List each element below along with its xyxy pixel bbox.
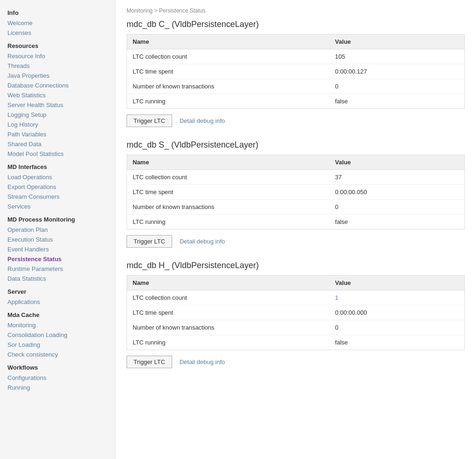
sidebar-section-header: Workflows: [0, 359, 115, 373]
sidebar-link-sor-loading[interactable]: Sor Loading: [0, 340, 115, 350]
detail-debug-link[interactable]: Detail debug info: [180, 238, 225, 245]
sidebar-link-export-operations[interactable]: Export Operations: [0, 182, 115, 192]
sidebar-link-database-connections[interactable]: Database Connections: [0, 81, 115, 90]
db-section-0: mdc_db C_ (VldbPersistenceLayer)NameValu…: [127, 20, 465, 127]
breadcrumb: Monitoring > Persistence Status: [127, 7, 465, 14]
sidebar-link-licenses[interactable]: Licenses: [0, 28, 115, 38]
sidebar-link-event-handlers[interactable]: Event Handlers: [0, 244, 115, 254]
row-value: false: [329, 335, 464, 350]
row-value: 0:00:00.050: [329, 185, 464, 200]
sidebar-section-header: Resources: [0, 38, 115, 51]
db-title-1: mdc_db S_ (VldbPersistenceLayer): [127, 140, 465, 150]
sidebar: InfoWelcomeLicensesResourcesResource Inf…: [0, 0, 115, 459]
table-row: Number of known transactions0: [127, 200, 465, 215]
sidebar-link-monitoring[interactable]: Monitoring: [0, 320, 115, 330]
sidebar-section-header: MD Interfaces: [0, 159, 115, 172]
sidebar-link-applications[interactable]: Applications: [0, 297, 115, 307]
sidebar-link-check-consistency[interactable]: Check consistency: [0, 350, 115, 359]
sidebar-link-java-properties[interactable]: Java Properties: [0, 71, 115, 81]
row-name: Number of known transactions: [127, 79, 330, 94]
col-header-value: Value: [329, 34, 464, 49]
table-row: LTC time spent0:00:00.000: [127, 305, 465, 320]
sidebar-link-path-variables[interactable]: Path Variables: [0, 129, 115, 139]
sidebar-link-stream-consumers[interactable]: Stream Consumers: [0, 192, 115, 202]
sidebar-link-operation-plan[interactable]: Operation Plan: [0, 225, 115, 235]
sidebar-section-header: Mda Cache: [0, 307, 115, 320]
row-value: false: [329, 215, 464, 230]
row-name: LTC collection count: [127, 49, 330, 64]
table-row: LTC time spent0:00:00.127: [127, 64, 465, 79]
trigger-ltc-button[interactable]: Trigger LTC: [127, 356, 172, 368]
sidebar-link-execution-status[interactable]: Execution Status: [0, 235, 115, 244]
detail-debug-link[interactable]: Detail debug info: [180, 117, 225, 124]
table-row: LTC collection count37: [127, 170, 465, 185]
row-value: 1: [329, 290, 464, 305]
row-value: 0: [329, 79, 464, 94]
action-row-0: Trigger LTCDetail debug info: [127, 115, 465, 127]
sidebar-section-header: Server: [0, 284, 115, 297]
db-title-2: mdc_db H_ (VldbPersistenceLayer): [127, 261, 465, 270]
db-sections: mdc_db C_ (VldbPersistenceLayer)NameValu…: [127, 20, 465, 368]
sidebar-link-data-statistics[interactable]: Data Statistics: [0, 274, 115, 284]
sidebar-link-welcome[interactable]: Welcome: [0, 18, 115, 28]
sidebar-link-services[interactable]: Services: [0, 202, 115, 211]
action-row-2: Trigger LTCDetail debug info: [127, 356, 465, 368]
db-table-1: NameValueLTC collection count37LTC time …: [127, 155, 465, 230]
col-header-value: Value: [329, 276, 464, 290]
breadcrumb-parent: Monitoring: [127, 7, 153, 14]
row-name: LTC running: [127, 335, 330, 350]
breadcrumb-separator: >: [154, 7, 157, 14]
sidebar-link-shared-data[interactable]: Shared Data: [0, 139, 115, 149]
row-name: LTC running: [127, 94, 330, 109]
db-section-2: mdc_db H_ (VldbPersistenceLayer)NameValu…: [127, 261, 465, 368]
sidebar-link-load-operations[interactable]: Load Operations: [0, 172, 115, 182]
table-row: Number of known transactions0: [127, 79, 465, 94]
db-table-0: NameValueLTC collection count105LTC time…: [127, 34, 465, 109]
trigger-ltc-button[interactable]: Trigger LTC: [127, 115, 172, 127]
sidebar-link-logging-setup[interactable]: Logging Setup: [0, 110, 115, 120]
row-value: 0:00:00.000: [329, 305, 464, 320]
action-row-1: Trigger LTCDetail debug info: [127, 235, 465, 248]
row-name: LTC running: [127, 215, 330, 230]
table-row: LTC collection count105: [127, 49, 465, 64]
sidebar-link-persistence-status[interactable]: Persistence Status: [0, 254, 115, 264]
row-name: LTC time spent: [127, 185, 330, 200]
db-section-1: mdc_db S_ (VldbPersistenceLayer)NameValu…: [127, 140, 465, 248]
table-row: LTC time spent0:00:00.050: [127, 185, 465, 200]
row-name: Number of known transactions: [127, 320, 330, 335]
sidebar-link-model-pool-statistics[interactable]: Model Pool Statistics: [0, 149, 115, 159]
table-row: Number of known transactions0: [127, 320, 465, 335]
db-title-0: mdc_db C_ (VldbPersistenceLayer): [127, 20, 465, 29]
sidebar-link-running[interactable]: Running: [0, 383, 115, 392]
row-name: Number of known transactions: [127, 200, 330, 215]
table-row: LTC runningfalse: [127, 215, 465, 230]
sidebar-link-configurations[interactable]: Configurations: [0, 373, 115, 383]
detail-debug-link[interactable]: Detail debug info: [180, 358, 225, 365]
sidebar-link-web-statistics[interactable]: Web Statistics: [0, 90, 115, 100]
sidebar-link-threads[interactable]: Threads: [0, 61, 115, 71]
row-name: LTC time spent: [127, 64, 330, 79]
row-value: 0:00:00.127: [329, 64, 464, 79]
sidebar-link-consolidation-loading[interactable]: Consolidation Loading: [0, 330, 115, 340]
main-content: Monitoring > Persistence Status mdc_db C…: [115, 0, 476, 459]
row-value-link[interactable]: 1: [335, 294, 338, 301]
row-name: LTC collection count: [127, 290, 330, 305]
sidebar-link-server-health-status[interactable]: Server Health Status: [0, 100, 115, 110]
row-value: 0: [329, 320, 464, 335]
col-header-value: Value: [329, 155, 464, 170]
sidebar-link-resource-info[interactable]: Resource Info: [0, 51, 115, 61]
trigger-ltc-button[interactable]: Trigger LTC: [127, 235, 172, 248]
table-row: LTC runningfalse: [127, 94, 465, 109]
table-row: LTC collection count1: [127, 290, 465, 305]
row-value: false: [329, 94, 464, 109]
db-table-2: NameValueLTC collection count1LTC time s…: [127, 275, 465, 350]
col-header-name: Name: [127, 34, 330, 49]
row-name: LTC collection count: [127, 170, 330, 185]
sidebar-link-runtime-parameters[interactable]: Runtime Parameters: [0, 264, 115, 274]
col-header-name: Name: [127, 155, 330, 170]
row-name: LTC time spent: [127, 305, 330, 320]
col-header-name: Name: [127, 276, 330, 290]
sidebar-link-log-history[interactable]: Log History: [0, 120, 115, 129]
row-value: 105: [329, 49, 464, 64]
row-value: 37: [329, 170, 464, 185]
